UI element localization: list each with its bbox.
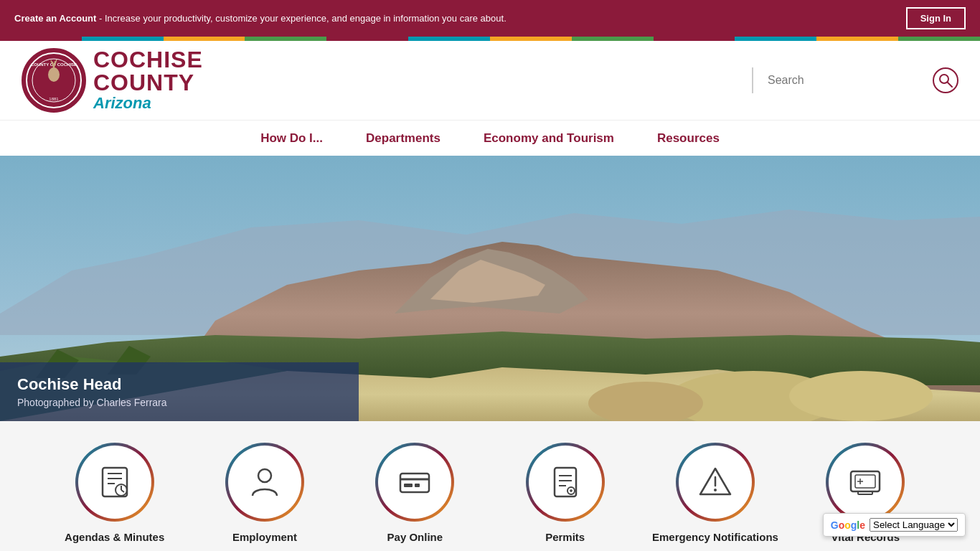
color-segment — [408, 37, 490, 41]
agendas-label: Agendas & Minutes — [65, 530, 164, 545]
agendas-icon — [97, 464, 133, 500]
quick-link-employment-circle — [225, 443, 304, 522]
nav-how-do-i[interactable]: How Do I... — [260, 123, 323, 154]
quick-link-employment[interactable]: Employment — [193, 443, 336, 545]
color-segment — [654, 37, 735, 41]
svg-rect-37 — [555, 468, 576, 496]
pay-icon — [397, 464, 433, 500]
svg-point-32 — [258, 469, 271, 482]
nav-resources[interactable]: Resources — [657, 123, 720, 154]
nav-bar: How Do I... Departments Economy and Tour… — [0, 120, 980, 156]
svg-rect-35 — [404, 484, 413, 487]
quick-link-permits-circle — [526, 443, 605, 522]
seal-svg: COUNTY OF COCHISE 1881 — [25, 52, 83, 109]
svg-point-5 — [50, 67, 57, 76]
logo-cochise: COCHISE — [93, 48, 203, 71]
permits-label: Permits — [545, 530, 585, 545]
banner-message: Create an Account - Increase your produc… — [14, 13, 507, 24]
logo-area: COUNTY OF COCHISE 1881 COCHISE COUNTY Ar… — [22, 48, 203, 113]
employment-label: Employment — [232, 530, 297, 545]
logo-emblem: COUNTY OF COCHISE 1881 — [22, 48, 86, 113]
quick-link-agendas-circle — [75, 443, 154, 522]
google-translate-widget[interactable]: Google Select Language — [823, 513, 966, 537]
emergency-label: Emergency Notifications — [652, 530, 778, 545]
color-segment — [164, 37, 245, 41]
quick-link-permits[interactable]: Permits — [494, 443, 636, 545]
search-area — [752, 67, 958, 93]
create-account-link[interactable]: Create an Account — [14, 13, 96, 24]
emergency-icon — [697, 464, 733, 500]
svg-point-10 — [940, 75, 948, 83]
search-input[interactable] — [768, 74, 925, 87]
permits-icon — [547, 464, 583, 500]
hero-subtitle: Photographed by Charles Ferrara — [17, 397, 341, 408]
search-button[interactable] — [933, 67, 958, 93]
quick-link-pay[interactable]: Pay Online — [344, 443, 486, 545]
color-segment — [816, 37, 898, 41]
svg-rect-36 — [415, 484, 420, 487]
pay-label: Pay Online — [387, 530, 443, 545]
logo-text: COCHISE COUNTY Arizona — [93, 48, 203, 113]
svg-rect-33 — [400, 474, 429, 492]
language-select[interactable]: Select Language — [870, 518, 958, 532]
color-segment — [490, 37, 572, 41]
svg-point-20 — [789, 371, 933, 421]
color-bar — [0, 37, 980, 41]
site-header: COUNTY OF COCHISE 1881 COCHISE COUNTY Ar… — [0, 41, 980, 120]
color-segment — [735, 37, 816, 41]
banner-text: - Increase your productivity, customize … — [96, 13, 506, 24]
employment-icon — [247, 464, 283, 500]
hero-caption: Cochise Head Photographed by Charles Fer… — [0, 362, 359, 421]
hero-title: Cochise Head — [17, 375, 341, 394]
nav-departments[interactable]: Departments — [366, 123, 440, 154]
svg-point-46 — [714, 489, 717, 491]
svg-text:1881: 1881 — [49, 97, 59, 101]
svg-line-11 — [948, 83, 952, 87]
color-segment — [82, 37, 164, 41]
color-segment — [572, 37, 654, 41]
quick-link-emergency-circle — [676, 443, 755, 522]
quick-link-pay-circle — [375, 443, 454, 522]
color-segment — [898, 37, 980, 41]
logo-arizona: Arizona — [93, 94, 203, 113]
color-segment — [245, 37, 326, 41]
search-icon — [938, 73, 953, 88]
google-logo: Google — [831, 519, 865, 531]
quick-link-emergency[interactable]: Emergency Notifications — [644, 443, 786, 545]
quick-link-agendas[interactable]: Agendas & Minutes — [43, 443, 186, 545]
top-banner: Create an Account - Increase your produc… — [0, 0, 980, 37]
svg-line-31 — [121, 490, 124, 492]
logo-county: COUNTY — [93, 71, 203, 94]
color-segment — [0, 37, 82, 41]
vital-icon — [847, 464, 883, 500]
hero-section: Cochise Head Photographed by Charles Fer… — [0, 156, 980, 421]
quick-link-vital-circle — [826, 443, 905, 522]
nav-economy-tourism[interactable]: Economy and Tourism — [484, 123, 614, 154]
sign-in-button[interactable]: Sign In — [906, 7, 966, 29]
color-segment — [326, 37, 408, 41]
